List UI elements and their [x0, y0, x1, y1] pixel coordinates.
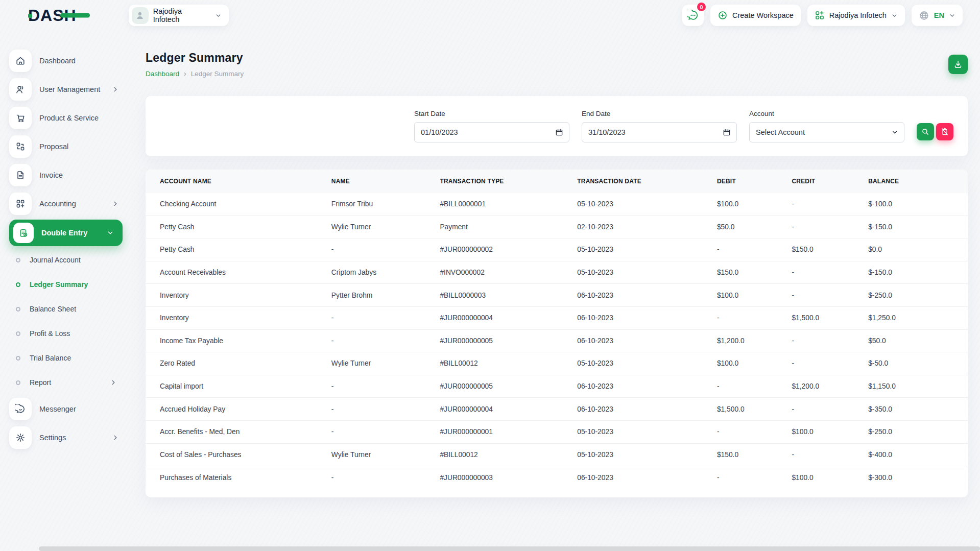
sidebar-subitem-profit-loss[interactable]: Profit & Loss	[0, 321, 132, 346]
sidebar-item-label: Product & Service	[39, 114, 99, 122]
messenger-icon	[9, 398, 32, 420]
cell-transaction-type: #BILL0000001	[440, 200, 577, 208]
cell-transaction-type: #JUR000000002	[440, 246, 577, 253]
cell-debit: -	[717, 474, 792, 482]
cell-name: Frimsor Tribu	[331, 200, 440, 208]
breadcrumb-dashboard-link[interactable]: Dashboard	[146, 70, 179, 78]
cell-credit: $100.0	[792, 474, 868, 482]
sidebar-subitem-label: Profit & Loss	[30, 329, 70, 338]
ledger-table: ACCOUNT NAME NAME TRANSACTION TYPE TRANS…	[146, 170, 968, 497]
workspace-selector[interactable]: Rajodiya Infotech	[129, 5, 229, 26]
sidebar-item-product-service[interactable]: Product & Service	[0, 104, 132, 132]
sidebar-item-proposal[interactable]: Proposal	[0, 132, 132, 161]
cell-debit: -	[717, 428, 792, 436]
cell-transaction-date: 05-10-2023	[577, 451, 717, 459]
table-row: Inventory Pytter Brohm #BILL0000003 06-1…	[146, 284, 968, 307]
cell-debit: $1,500.0	[717, 405, 792, 413]
invoice-icon	[9, 164, 32, 186]
cell-balance: $0.0	[868, 246, 968, 253]
chevron-down-icon	[215, 12, 222, 19]
users-icon	[9, 78, 32, 101]
sidebar-subitem-journal-account[interactable]: Journal Account	[0, 248, 132, 272]
language-selector[interactable]: EN	[912, 5, 963, 26]
cell-transaction-type: #JUR000000004	[440, 405, 577, 413]
sidebar-item-invoice[interactable]: Invoice	[0, 161, 132, 189]
sidebar-item-messenger[interactable]: Messenger	[0, 395, 132, 423]
sidebar-item-accounting[interactable]: Accounting	[0, 189, 132, 218]
workspace-name: Rajodiya Infotech	[153, 7, 210, 23]
cell-account-name: Petty Cash	[146, 246, 331, 253]
cell-name: Wylie Turner	[331, 223, 440, 231]
cell-account-name: Account Receivables	[146, 269, 331, 276]
cell-debit: $150.0	[717, 451, 792, 459]
chevron-down-icon	[949, 12, 955, 19]
column-header: TRANSACTION DATE	[577, 178, 717, 185]
end-date-input[interactable]	[588, 123, 718, 142]
sidebar-subitem-label: Trial Balance	[30, 354, 71, 362]
language-code: EN	[934, 11, 944, 19]
cell-transaction-date: 06-10-2023	[577, 314, 717, 322]
sidebar-item-label: Invoice	[39, 171, 63, 179]
horizontal-scrollbar[interactable]	[39, 546, 980, 551]
cell-credit: $100.0	[792, 428, 868, 436]
chevron-right-icon	[112, 201, 118, 207]
grid-plus-icon	[815, 10, 825, 20]
cell-transaction-date: 06-10-2023	[577, 382, 717, 390]
cell-credit: -	[792, 269, 868, 276]
end-date-label: End Date	[582, 110, 737, 117]
cell-balance: $-350.0	[868, 405, 968, 413]
cell-account-name: Inventory	[146, 314, 331, 322]
sidebar: Dashboard User Management Product & Serv…	[0, 31, 132, 452]
start-date-input[interactable]	[421, 123, 551, 142]
sidebar-item-double-entry[interactable]: Double Entry	[9, 220, 123, 246]
table-row: Petty Cash Wylie Turner Payment 02-10-20…	[146, 216, 968, 239]
cell-account-name: Purchases of Materials	[146, 474, 331, 482]
account-label: Account	[749, 110, 904, 117]
sidebar-subitem-trial-balance[interactable]: Trial Balance	[0, 346, 132, 370]
download-icon	[953, 60, 963, 69]
sidebar-subitem-balance-sheet[interactable]: Balance Sheet	[0, 297, 132, 321]
sidebar-subitem-label: Ledger Summary	[30, 280, 88, 289]
workspace-avatar	[132, 7, 149, 24]
download-button[interactable]	[948, 55, 968, 74]
table-row: Accrued Holiday Pay - #JUR000000004 06-1…	[146, 398, 968, 421]
main-content: Ledger Summary Dashboard › Ledger Summar…	[146, 31, 968, 497]
account-select[interactable]: Select Account	[749, 122, 904, 142]
cell-account-name: Accr. Benefits - Med, Den	[146, 428, 331, 436]
cell-name: -	[331, 246, 440, 253]
sidebar-item-settings[interactable]: Settings	[0, 423, 132, 452]
gear-icon	[9, 426, 32, 449]
cell-transaction-type: #JUR000000003	[440, 474, 577, 482]
reset-filter-button[interactable]	[936, 123, 953, 140]
search-button[interactable]	[917, 123, 934, 140]
table-row: Petty Cash - #JUR000000002 05-10-2023 - …	[146, 238, 968, 261]
sidebar-subitem-report[interactable]: Report	[0, 370, 132, 395]
sidebar-item-user-management[interactable]: User Management	[0, 75, 132, 104]
create-workspace-button[interactable]: Create Workspace	[710, 5, 801, 26]
page-header: Ledger Summary Dashboard › Ledger Summar…	[146, 51, 968, 78]
cell-balance: $-300.0	[868, 474, 968, 482]
cell-balance: $-250.0	[868, 292, 968, 299]
cell-debit: -	[717, 246, 792, 253]
sidebar-item-dashboard[interactable]: Dashboard	[0, 46, 132, 75]
table-header-row: ACCOUNT NAME NAME TRANSACTION TYPE TRANS…	[146, 170, 968, 193]
chevron-right-icon	[112, 435, 118, 441]
chevron-down-icon	[891, 12, 898, 19]
column-header: NAME	[331, 178, 440, 185]
cell-transaction-type: #JUR000000001	[440, 428, 577, 436]
sidebar-item-label: Dashboard	[39, 57, 76, 65]
table-body: Checking Account Frimsor Tribu #BILL0000…	[146, 193, 968, 489]
cell-credit: -	[792, 200, 868, 208]
cell-credit: $1,200.0	[792, 382, 868, 390]
messages-button[interactable]: 0	[682, 5, 704, 26]
bullet-icon	[16, 380, 20, 385]
bullet-icon	[16, 258, 20, 262]
cell-transaction-type: #BILL00012	[440, 360, 577, 367]
cell-transaction-date: 02-10-2023	[577, 223, 717, 231]
company-selector[interactable]: Rajodiya Infotech	[807, 5, 905, 26]
sidebar-subitem-ledger-summary[interactable]: Ledger Summary	[0, 272, 132, 297]
start-date-label: Start Date	[414, 110, 569, 117]
sidebar-item-label: Double Entry	[41, 229, 87, 237]
table-row: Account Receivables Criptom Jabys #INVO0…	[146, 261, 968, 284]
cell-balance: $50.0	[868, 337, 968, 345]
